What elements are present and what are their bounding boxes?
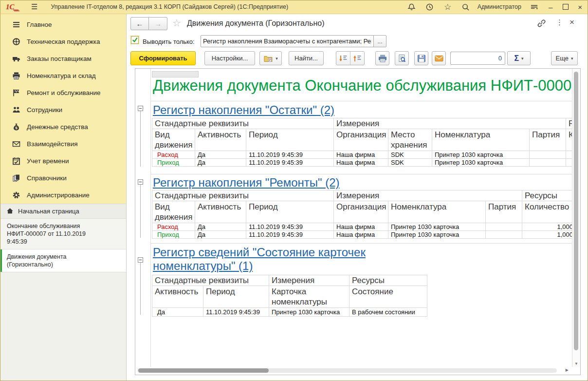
column-header: Состояние bbox=[349, 286, 427, 308]
vertical-scrollbar-thumb[interactable] bbox=[574, 72, 578, 350]
scroll-right-icon[interactable]: ▶ bbox=[566, 368, 569, 372]
cell bbox=[566, 159, 572, 167]
collapse-group-icon-0[interactable] bbox=[138, 106, 143, 111]
favorites-icon[interactable]: ☆ bbox=[443, 2, 453, 12]
sort-buttons bbox=[336, 51, 365, 65]
column-header: Партия bbox=[530, 129, 566, 151]
find-button[interactable]: Найти... bbox=[289, 51, 324, 65]
sidebar-item-label: Денежные средства bbox=[27, 123, 88, 131]
column-header: Партия bbox=[486, 201, 522, 223]
cell: Принтер 1030 карточка bbox=[388, 223, 486, 231]
sidebar-item-0[interactable]: Главное bbox=[0, 16, 126, 33]
search-icon[interactable] bbox=[461, 2, 471, 12]
horizontal-scrollbar-thumb[interactable] bbox=[138, 368, 269, 373]
more-button[interactable]: Еще▾ bbox=[551, 51, 578, 65]
sidebar-item-1[interactable]: Техническая поддержка bbox=[0, 33, 126, 50]
sidebar-filler bbox=[0, 272, 126, 381]
collapse-group-icon-1[interactable] bbox=[138, 179, 143, 185]
settings-button[interactable]: Настройки... bbox=[204, 51, 255, 65]
document-window-header: ← → ☆ Движения документа (Горизонтально)… bbox=[127, 14, 588, 33]
preview-button[interactable] bbox=[395, 51, 409, 65]
notifications-icon[interactable] bbox=[407, 2, 417, 12]
group-header: Измерения bbox=[269, 275, 349, 286]
user-name[interactable]: Администратор bbox=[478, 3, 521, 10]
sidebar-item-10[interactable]: Администрирование bbox=[0, 187, 126, 204]
app-title: Управление IT-отделом 8, редакция 3.1 КО… bbox=[51, 3, 288, 10]
column-header: Карточка номенклатуры bbox=[269, 286, 349, 308]
grouping-gutter bbox=[135, 69, 151, 367]
sidebar-item-2[interactable]: Заказы поставщикам bbox=[0, 50, 126, 67]
sort-descending-icon[interactable] bbox=[336, 52, 350, 65]
show-only-label: Выводить только: bbox=[143, 38, 195, 45]
register-link-2[interactable]: Регистр сведений "Состояние карточек ном… bbox=[153, 246, 430, 273]
cell bbox=[530, 151, 566, 159]
mail-icon bbox=[434, 54, 444, 63]
horizontal-scrollbar[interactable]: ▶ bbox=[136, 367, 572, 374]
sidebar: ГлавноеТехническая поддержкаЗаказы поста… bbox=[0, 14, 127, 381]
close-window-icon[interactable]: × bbox=[570, 18, 574, 27]
sidebar-item-label: Ремонт и обслуживание bbox=[27, 89, 101, 96]
scroll-down-icon[interactable]: ▼ bbox=[574, 362, 578, 366]
cell: Принтер 1030 карточка bbox=[432, 151, 530, 159]
sidebar-item-9[interactable]: Справочники bbox=[0, 170, 126, 187]
vertical-scrollbar[interactable]: ▼ bbox=[572, 69, 580, 367]
service-menu-icon[interactable] bbox=[530, 2, 539, 12]
sidebar-item-6[interactable]: $Денежные средства bbox=[0, 118, 126, 135]
group-header: Стандартные реквизиты bbox=[152, 275, 269, 286]
history-icon[interactable] bbox=[425, 2, 435, 12]
main-menu-icon[interactable]: ☰ bbox=[31, 2, 38, 11]
counter-input[interactable] bbox=[450, 52, 505, 65]
mail-button[interactable] bbox=[432, 51, 446, 65]
show-only-checkbox[interactable] bbox=[131, 36, 139, 44]
sort-ascending-icon[interactable] bbox=[350, 52, 364, 65]
svg-text:1С: 1С bbox=[6, 3, 15, 11]
sidebar-item-5[interactable]: Сотрудники bbox=[0, 101, 126, 118]
column-header: Период bbox=[246, 129, 334, 151]
registers-filter-input[interactable] bbox=[201, 35, 374, 47]
choose-registers-button[interactable]: ... bbox=[373, 35, 386, 47]
register-link-0[interactable]: Регистр накопления "Остатки" (2) bbox=[153, 103, 334, 117]
cell: 1,000 bbox=[522, 223, 572, 231]
page-title: Движения документа (Горизонтально) bbox=[187, 19, 325, 28]
print-button[interactable] bbox=[375, 51, 389, 65]
nav-buttons: ← → bbox=[130, 17, 167, 30]
sum-button[interactable]: Σ▾ bbox=[507, 51, 531, 65]
report-title: Движения документа Окончание обслуживани… bbox=[153, 77, 572, 95]
group-header: Ресурсы bbox=[522, 190, 572, 201]
register-table-0: Стандартные реквизитыИзмеренияРесурсыВид… bbox=[152, 118, 572, 167]
minimize-icon[interactable]: – bbox=[549, 3, 552, 11]
save-button[interactable] bbox=[414, 51, 428, 65]
maximize-icon[interactable] bbox=[563, 4, 569, 10]
sidebar-item-label: Заказы поставщикам bbox=[27, 55, 92, 62]
sidebar-item-label: Сотрудники bbox=[27, 106, 62, 114]
sidebar-item-8[interactable]: Учет времени bbox=[0, 152, 126, 170]
column-header: Активность bbox=[195, 201, 246, 223]
column-header: Активность bbox=[152, 286, 203, 308]
open-windows-list: Окончание обслуживания НФИТ-000007 от 11… bbox=[0, 219, 126, 272]
home-icon bbox=[6, 207, 14, 216]
column-header: Количество bbox=[522, 201, 572, 223]
close-icon[interactable]: × bbox=[578, 3, 582, 11]
more-icon[interactable]: ⋮ bbox=[556, 18, 563, 27]
open-window-tab-0[interactable]: Окончание обслуживания НФИТ-000007 от 11… bbox=[0, 219, 126, 249]
sidebar-item-3[interactable]: Номенклатура и склад bbox=[0, 67, 126, 84]
svg-text:$: $ bbox=[15, 126, 18, 130]
sidebar-item-4[interactable]: Ремонт и обслуживание bbox=[0, 84, 126, 101]
link-icon[interactable] bbox=[536, 19, 546, 28]
horizontal-scrollbar-track[interactable] bbox=[137, 368, 557, 373]
back-icon[interactable]: ← bbox=[130, 17, 149, 30]
register-table-2: Стандартные реквизитыИзмеренияРесурсыАкт… bbox=[152, 275, 427, 317]
collapse-group-icon-2[interactable] bbox=[138, 257, 143, 263]
generate-button[interactable]: Сформировать bbox=[130, 51, 196, 65]
open-window-tab-1[interactable]: Движения документа (Горизонтально) bbox=[0, 249, 126, 272]
copy-dropdown-button[interactable]: ▾ bbox=[259, 51, 282, 65]
cell: Принтер 1030 карточка bbox=[388, 231, 486, 239]
sidebar-item-7[interactable]: Взаимодействия bbox=[0, 135, 126, 152]
truck-icon bbox=[12, 55, 20, 63]
register-link-1[interactable]: Регистр накопления "Ремонты" (2) bbox=[153, 176, 340, 190]
cell: В рабочем состоянии bbox=[349, 308, 427, 317]
sidebar-item-label: Номенклатура и склад bbox=[27, 72, 96, 79]
favorite-star-icon[interactable]: ☆ bbox=[172, 18, 181, 28]
home-page-item[interactable]: Начальная страница bbox=[0, 204, 126, 219]
forward-icon[interactable]: → bbox=[149, 17, 167, 30]
